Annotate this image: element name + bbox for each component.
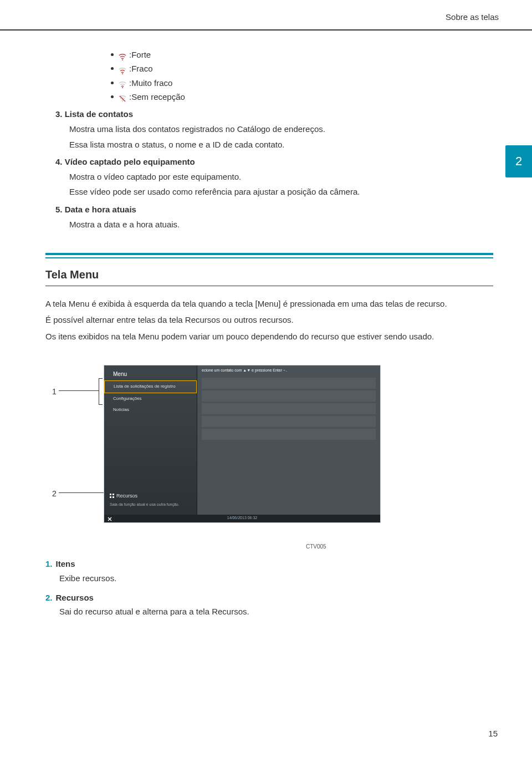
item5-heading: 5. Data e hora atuais: [55, 203, 493, 216]
item5-p1: Mostra a data e a hora atuais.: [69, 218, 493, 231]
wifi-none-icon: [118, 93, 127, 100]
legend-2-num: 2.: [45, 593, 53, 602]
wifi-weak-icon: [118, 65, 127, 73]
shot-recursos: Recursos: [110, 492, 137, 500]
svg-point-0: [122, 59, 123, 60]
section-underline: [45, 286, 493, 286]
callout-2-label: 2: [52, 488, 57, 500]
shot-item-highlight: Lista de solicitações de registro: [104, 380, 197, 393]
item3-p1: Mostra uma lista dos contatos registrado…: [69, 123, 493, 135]
section-rule: [45, 253, 493, 258]
legend-1: 1.Itens: [45, 557, 493, 570]
section-p1: A tela Menu é exibida à esquerda da tela…: [45, 297, 493, 310]
signal-strong-line: :Forte: [111, 48, 493, 61]
shot-item-3: Notícias: [104, 404, 197, 415]
list-row: [202, 390, 376, 402]
signal-weak-label: :Fraco: [129, 62, 153, 75]
legend-2: 2.Recursos: [45, 591, 493, 604]
callout-1-line: [59, 390, 99, 391]
section-p2: É possível alternar entre telas da tela …: [45, 313, 493, 326]
screenshot-figure: 1 2 Menu Lista de solicitações de regist…: [45, 365, 493, 526]
item3-heading: 3. Lista de contatos: [55, 108, 493, 120]
shot-topbar: ecione um contato com ▲▼ e pressione Ent…: [197, 365, 380, 376]
shot-item-2: Configurações: [104, 393, 197, 404]
svg-point-3: [122, 101, 123, 102]
svg-point-2: [122, 87, 123, 88]
legend-2-title: Recursos: [56, 593, 94, 602]
menu-screenshot: Menu Lista de solicitações de registro C…: [104, 365, 381, 523]
section-title: Tela Menu: [45, 266, 493, 283]
image-code: CTV005: [306, 542, 493, 551]
signal-strong-label: :Forte: [129, 48, 151, 61]
item4-p2: Esse vídeo pode ser usado como referênci…: [69, 185, 493, 198]
shot-sidebar: Menu Lista de solicitações de registro C…: [104, 365, 197, 522]
content-area: :Forte :Fraco :Muito fraco :Sem recepção…: [0, 31, 532, 618]
wifi-strong-icon: [118, 51, 127, 59]
signal-none-label: :Sem recepção: [129, 90, 185, 103]
list-row: [202, 416, 376, 427]
signal-very-weak-label: :Muito fraco: [129, 77, 172, 89]
callout-2-line: [59, 492, 108, 493]
close-icon: [108, 516, 112, 521]
section-p3: Os itens exibidos na tela Menu podem var…: [45, 330, 493, 343]
item3-p2: Essa lista mostra o status, o nome e a I…: [69, 138, 493, 151]
item4-heading: 4. Vídeo captado pelo equipamento: [55, 155, 493, 168]
shot-time: 14/06/2013 06:32: [227, 515, 258, 521]
list-row: [202, 403, 376, 414]
legend-1-desc: Exibe recursos.: [59, 572, 493, 585]
wifi-very-weak-icon: [118, 79, 127, 87]
chapter-tab: 2: [505, 145, 532, 177]
item4-p1: Mostra o vídeo captado por este equipame…: [69, 170, 493, 183]
signal-none-line: :Sem recepção: [111, 90, 493, 103]
list-row: [202, 378, 376, 389]
callout-1-bracket: [99, 378, 99, 405]
legend-1-title: Itens: [56, 559, 75, 568]
list-row: [202, 429, 376, 440]
callout-1-label: 1: [52, 386, 57, 398]
shot-menu-title: Menu: [104, 365, 197, 381]
page-header-title: Sobre as telas: [0, 0, 532, 27]
svg-point-1: [122, 73, 123, 74]
shot-bottombar: 14/06/2013 06:32: [104, 515, 380, 522]
signal-weak-line: :Fraco: [111, 62, 493, 75]
legend-2-desc: Sai do recurso atual e alterna para a te…: [59, 605, 493, 618]
signal-very-weak-line: :Muito fraco: [111, 77, 493, 89]
grid-icon: [110, 494, 114, 498]
page-number: 15: [488, 729, 498, 738]
legend-1-num: 1.: [45, 559, 53, 568]
shot-main: ecione um contato com ▲▼ e pressione Ent…: [197, 365, 380, 522]
shot-recursos-sub: Sala da função atual e usa outra função.: [110, 502, 180, 508]
